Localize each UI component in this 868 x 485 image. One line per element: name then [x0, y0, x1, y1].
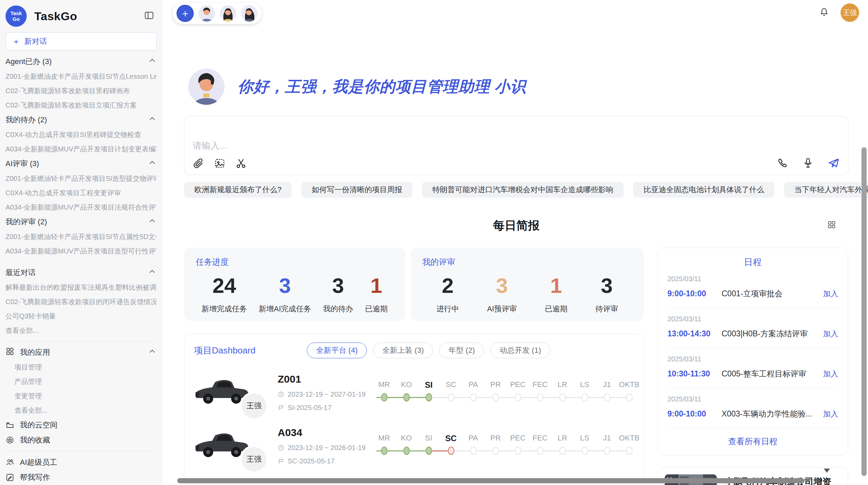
scroll-down-arrow[interactable] — [824, 469, 830, 473]
image-icon[interactable] — [214, 158, 226, 169]
stat-value: 1 — [545, 274, 567, 298]
suggestion-chip[interactable]: 如何写一份清晰的项目周报 — [301, 182, 412, 198]
send-icon[interactable] — [828, 157, 840, 169]
recent-chat-item[interactable]: 公司Q3轻卡销量 — [5, 309, 156, 323]
app-logo[interactable]: Task Go — [5, 5, 27, 27]
member-avatar[interactable] — [241, 5, 257, 22]
sidebar-section-header-my-apps[interactable]: 我的应用 — [5, 345, 156, 360]
sidebar-item[interactable]: C02-飞腾新能源轻客改款项目立项汇报方案 — [5, 98, 156, 112]
milestone-cell — [574, 390, 596, 405]
sidebar-item[interactable]: A034-全新新能源MUV产品开发项目造型可行性评审 — [5, 244, 156, 258]
join-meeting-link[interactable]: 加入 — [823, 329, 838, 339]
milestone-label: LR — [551, 380, 574, 390]
sidebar-item[interactable]: C0X4-动力总成开发项目工程变更评审 — [5, 186, 156, 200]
sidebar-item[interactable]: C02-飞腾新能源轻客改款项目里程碑画布 — [5, 84, 156, 98]
plus-icon: ＋ — [12, 38, 20, 45]
layout-grid-icon[interactable] — [827, 220, 836, 231]
schedule-row: 9:00-10:00X003-车辆动力学性能验...加入 — [667, 409, 838, 419]
join-meeting-link[interactable]: 加入 — [823, 289, 838, 299]
my-apps-title-group: 我的应用 — [5, 347, 50, 358]
schedule-time: 9:00-10:00 — [667, 409, 722, 419]
scroll-right-arrow[interactable] — [816, 477, 821, 484]
join-meeting-link[interactable]: 加入 — [823, 409, 838, 419]
milestone-dot — [581, 447, 588, 455]
milestone-label: J1 — [596, 380, 618, 390]
app-item[interactable]: 项目管理 — [5, 360, 156, 374]
sidebar-section-header[interactable]: Agent已办 (3) — [5, 54, 156, 69]
horizontal-scrollbar[interactable] — [177, 478, 805, 483]
dashboard-tab[interactable]: 全新上装 (3) — [373, 343, 433, 358]
schedule-item: 2025/03/1110:30-11:30C005-整车工程目标评审加入 — [667, 348, 838, 388]
sidebar-item[interactable]: Z001-全新燃油皮卡产品开发项目SI节点Lesson Learn报告 — [5, 69, 156, 84]
project-row[interactable]: 王强A0342023-12-19 ~ 2026-01-19SC-2025-05-… — [194, 427, 634, 465]
sidebar-tool-item[interactable]: AI超级员工 — [5, 455, 156, 470]
milestone-dot — [492, 447, 499, 455]
composer-send-tools — [777, 157, 840, 169]
milestone-label: MR — [373, 380, 395, 390]
member-avatar[interactable] — [198, 5, 215, 22]
sidebar-section-header[interactable]: AI评审 (3) — [5, 156, 156, 171]
chevron-up-icon — [148, 217, 156, 227]
microphone-icon[interactable] — [802, 157, 814, 169]
sidebar-section-header[interactable]: 最近对话 — [5, 265, 156, 280]
vertical-scrollbar[interactable] — [861, 147, 867, 476]
suggestion-chip[interactable]: 当下年轻人对汽车外观有怎样的喜好趋势 — [784, 182, 868, 198]
milestone-dots — [373, 390, 640, 405]
message-input[interactable] — [189, 119, 738, 153]
sidebar-item[interactable]: A034-全新新能源MUV产品开发项目计划变更表编写 — [5, 142, 156, 156]
dashboard-tab[interactable]: 动总开发 (1) — [490, 343, 550, 358]
stats-row: 2进行中3AI预评审1已逾期3待评审 — [422, 274, 632, 314]
dashboard-tab[interactable]: 年型 (2) — [439, 343, 484, 358]
add-session-button[interactable]: ＋ — [177, 5, 194, 22]
project-list: 王强Z0012023-12-19 ~ 2027-01-19SI-2025-05-… — [194, 373, 634, 465]
milestone-dot — [403, 393, 410, 401]
view-all-chats-link[interactable]: 查看全部... — [5, 323, 156, 338]
paperclip-icon[interactable] — [193, 158, 204, 169]
user-name: 王强 — [843, 8, 857, 17]
sidebar-item[interactable]: Z001-全新燃油轻卡产品开发项目SI节点属性5D文件评审 — [5, 229, 156, 244]
sidebar: Task Go TaskGo ＋ 新对话 Agent已办 (3)Z001-全新燃… — [0, 0, 162, 485]
project-owner-badge: 王强 — [240, 445, 268, 473]
sidebar-item-cloud-space[interactable]: 我的云空间 — [5, 418, 156, 433]
sidebar-item-label: 我的云空间 — [20, 420, 58, 430]
sidebar-section-header[interactable]: 我的评审 (2) — [5, 214, 156, 229]
chevron-up-icon — [148, 347, 156, 358]
view-all-schedule-link[interactable]: 查看所有日程 — [667, 428, 838, 450]
stats-row: 24新增完成任务3新增AI完成任务3我的待办1已逾期 — [196, 274, 394, 314]
milestone-dot — [403, 447, 410, 455]
suggestion-chip[interactable]: 欧洲新规最近颁布了什么? — [184, 182, 292, 198]
new-chat-button[interactable]: ＋ 新对话 — [5, 32, 157, 51]
sidebar-item[interactable]: Z001-全新燃油轻卡产品开发项目SI造型提交物评审 — [5, 171, 156, 186]
sidebar-section-header[interactable]: 我的待办 (2) — [5, 112, 156, 127]
view-all-apps-link[interactable]: 查看全部... — [5, 403, 156, 418]
milestone-cell — [529, 390, 551, 405]
sidebar-item[interactable]: C0X4-动力总成开发项目SI里程碑提交物检查 — [5, 127, 156, 142]
recent-chat-item[interactable]: C02-飞腾新能源轻客改款项目的闭环通告反馈情况 — [5, 295, 156, 309]
dashboard-tab[interactable]: 全新平台 (4) — [307, 343, 367, 358]
project-date-range: 2023-12-19 ~ 2027-01-19 — [288, 390, 365, 398]
briefing-card: 任务进度24新增完成任务3新增AI完成任务3我的待办1已逾期 — [184, 248, 405, 321]
stat-block: 3我的待办 — [323, 274, 353, 314]
sidebar-collapse-icon[interactable] — [144, 10, 154, 22]
sidebar-item-favorites[interactable]: 我的收藏 — [5, 433, 156, 448]
project-row[interactable]: 王强Z0012023-12-19 ~ 2027-01-19SI-2025-05-… — [194, 373, 634, 412]
milestone-label: KO — [395, 380, 418, 390]
notification-bell-icon[interactable] — [819, 7, 829, 18]
suggestion-chip[interactable]: 特朗普可能对进口汽车增税会对中国车企造成哪些影响 — [422, 182, 624, 198]
milestone-label: SC — [440, 380, 462, 390]
scissors-icon[interactable] — [235, 158, 247, 169]
app-item[interactable]: 变更管理 — [5, 389, 156, 403]
app-item[interactable]: 产品管理 — [5, 374, 156, 389]
join-meeting-link[interactable]: 加入 — [823, 369, 838, 379]
user-avatar[interactable]: 王强 — [841, 3, 859, 22]
phone-icon[interactable] — [777, 157, 788, 169]
suggestion-chips: 欧洲新规最近颁布了什么?如何写一份清晰的项目周报特朗普可能对进口汽车增税会对中国… — [184, 182, 853, 198]
chevron-up-icon — [148, 159, 156, 169]
project-milestone-date: SC-2025-05-17 — [288, 457, 335, 465]
recent-chat-item[interactable]: 解释最新出台的欧盟报废车法规再生塑料比例被调至15%... — [5, 280, 156, 295]
sidebar-item[interactable]: A034-全新新能源MUV产品开发项目法规符合性评审 — [5, 200, 156, 214]
sidebar-tool-item[interactable]: 帮我写作 — [5, 470, 156, 485]
member-avatar[interactable] — [220, 5, 236, 22]
stat-value: 3 — [259, 274, 311, 298]
suggestion-chip[interactable]: 比亚迪全固态电池计划具体说了什么 — [633, 182, 774, 198]
